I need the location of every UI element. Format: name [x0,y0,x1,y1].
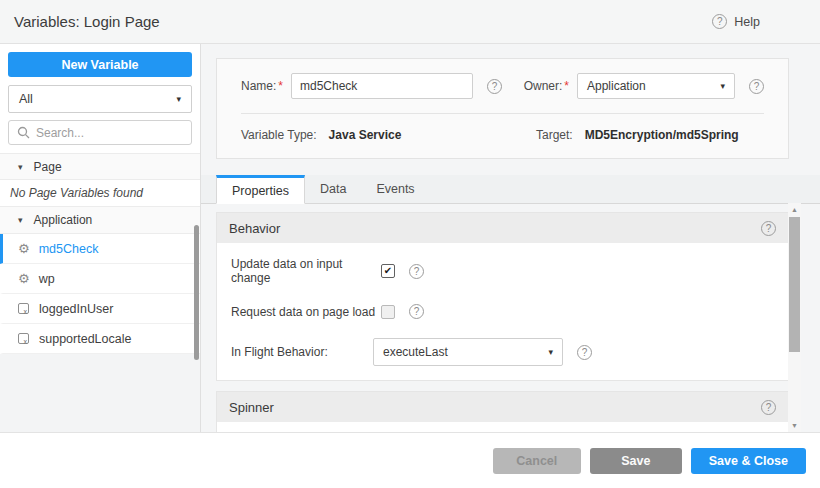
help-icon: ? [712,14,727,29]
content-scrollbar-thumb[interactable] [789,217,800,352]
action-footer: Cancel Save Save & Close [0,432,820,488]
model-variable-icon: x [18,333,29,344]
request-on-load-label: Request data on page load [231,305,381,319]
variable-filter-value: All [19,92,33,106]
tab-properties[interactable]: Properties [216,175,305,204]
update-on-input-label: Update data on input change [231,257,381,285]
help-button[interactable]: ? Help [712,14,760,29]
page-empty-message: No Page Variables found [0,180,200,207]
new-variable-button[interactable]: New Variable [8,52,192,77]
in-flight-behavior-select[interactable]: executeLast ▾ [373,338,563,366]
target-value: MD5Encryption/md5Spring [585,128,739,142]
spinner-section-header: Spinner ? [217,392,788,422]
tab-events[interactable]: Events [361,175,429,203]
required-marker: * [278,79,283,93]
required-marker: * [564,79,569,93]
caret-down-icon: ▾ [548,347,553,357]
save-button[interactable]: Save [590,448,682,474]
request-on-load-checkbox[interactable] [381,305,395,319]
content-scrollbar[interactable]: ▲ ▼ [788,203,801,432]
owner-select-value: Application [587,79,646,93]
behavior-title: Behavior [229,221,280,236]
collapse-triangle-icon: ▾ [18,215,23,225]
request-on-load-help-icon[interactable]: ? [409,304,424,319]
behavior-help-icon[interactable]: ? [761,221,776,236]
tree-item-loggedinuser[interactable]: x loggedInUser [0,294,200,324]
editor-tabbar: Properties Data Events [201,175,820,204]
collapse-triangle-icon: ▾ [18,162,23,172]
properties-content: Behavior ? Update data on input change ✔… [201,204,789,432]
scroll-down-icon[interactable]: ▼ [788,422,801,429]
tree-section-page[interactable]: ▾ Page [0,153,200,180]
tree-item-label: md5Check [39,242,99,256]
caret-down-icon: ▾ [720,81,725,91]
in-flight-behavior-help-icon[interactable]: ? [577,345,592,360]
tab-data[interactable]: Data [305,175,361,203]
target-label: Target: [536,128,573,142]
update-on-input-help-icon[interactable]: ? [409,264,424,279]
help-label: Help [734,15,760,29]
model-variable-x: x [24,338,28,345]
tree-item-md5check[interactable]: ⚙ md5Check [0,234,200,264]
behavior-section: Behavior ? Update data on input change ✔… [216,212,789,381]
owner-select[interactable]: Application ▾ [577,73,735,99]
spinner-title: Spinner [229,400,274,415]
tree-section-application-label: Application [34,213,93,227]
variable-summary-card: Name:* ? Owner:* Application ▾ ? Variabl… [216,58,789,159]
variables-sidebar: New Variable All ▾ ▾ Page No Page Variab… [0,44,201,432]
variables-tree: ▾ Page No Page Variables found ▾ Applica… [0,153,200,354]
search-icon [17,126,30,139]
in-flight-behavior-value: executeLast [383,345,448,359]
variable-type-label: Variable Type: [241,128,317,142]
java-service-icon: ⚙ [18,272,30,285]
tree-item-label: supportedLocale [39,332,131,346]
tree-section-application[interactable]: ▾ Application [0,207,200,234]
variable-search-box [8,120,192,145]
page-title: Variables: Login Page [14,13,160,30]
tree-item-wp[interactable]: ⚙ wp [0,264,200,294]
tree-item-label: wp [39,272,55,286]
owner-help-icon[interactable]: ? [749,79,764,94]
sidebar-controls: New Variable All ▾ [0,44,200,153]
java-service-icon: ⚙ [18,242,30,255]
variable-filter-select[interactable]: All ▾ [8,85,192,113]
model-variable-icon: x [18,303,29,314]
variable-editor-panel: Name:* ? Owner:* Application ▾ ? Variabl… [201,44,820,432]
scroll-up-icon[interactable]: ▲ [788,206,801,213]
owner-label: Owner:* [524,79,569,93]
variable-type-value: Java Service [329,128,402,142]
form-divider [241,113,764,114]
tree-item-label: loggedInUser [39,302,113,316]
tree-section-page-label: Page [34,160,62,174]
caret-down-icon: ▾ [176,94,181,104]
search-input[interactable] [36,126,183,140]
name-help-icon[interactable]: ? [487,79,502,94]
name-label: Name:* [241,79,283,93]
update-on-input-checkbox[interactable]: ✔ [381,264,395,278]
behavior-section-header: Behavior ? [217,213,788,243]
app-header: Variables: Login Page ? Help [0,0,820,44]
spinner-help-icon[interactable]: ? [761,400,776,415]
name-field[interactable] [291,73,473,99]
save-and-close-button[interactable]: Save & Close [691,448,806,474]
model-variable-x: x [24,308,28,315]
tree-item-supportedlocale[interactable]: x supportedLocale [0,324,200,354]
in-flight-behavior-label: In Flight Behavior: [231,345,373,359]
cancel-button[interactable]: Cancel [493,448,581,474]
spinner-section: Spinner ? Spinner Context: ? [216,391,789,432]
sidebar-scrollbar-thumb[interactable] [194,225,199,360]
